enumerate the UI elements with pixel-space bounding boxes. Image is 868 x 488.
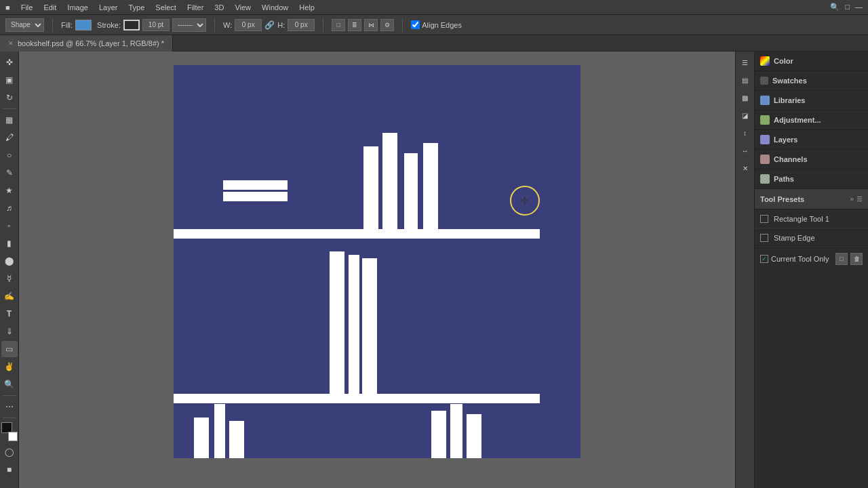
- more-tools[interactable]: ⋯: [1, 399, 18, 415]
- layers-panel-title: Layers: [774, 136, 797, 144]
- channels-panel-header[interactable]: Channels: [755, 150, 868, 169]
- preset-1-checkbox[interactable]: [760, 215, 768, 223]
- tool-preset-item-1[interactable]: Rectangle Tool 1: [755, 209, 868, 228]
- healing-tool[interactable]: ○: [1, 147, 18, 163]
- stamp-tool[interactable]: ★: [1, 182, 18, 199]
- search-icon[interactable]: 🔍: [830, 3, 840, 12]
- stroke-color-box[interactable]: [123, 20, 140, 30]
- color-panel-header[interactable]: Color: [755, 52, 868, 70]
- menu-window[interactable]: Window: [262, 3, 288, 12]
- minimize-icon[interactable]: ―: [855, 3, 863, 12]
- layers-panel-header[interactable]: Layers: [755, 130, 868, 149]
- menu-btn[interactable]: ☰: [856, 195, 863, 203]
- preset-2-label: Stamp Edge: [774, 234, 815, 242]
- divider-2: [214, 18, 215, 32]
- tab-close[interactable]: ✕: [8, 40, 14, 47]
- blur-tool[interactable]: ⬤: [1, 253, 18, 269]
- lasso-tool[interactable]: ↻: [1, 89, 18, 106]
- align-btn2[interactable]: ⋈: [364, 19, 378, 31]
- crop-tool[interactable]: ▦: [1, 112, 18, 128]
- channels-panel-title: Channels: [774, 155, 808, 163]
- tool-sep-2: [3, 395, 16, 396]
- left-toolbar: ✜ ▣ ↻ ▦ 🖍 ○ ✎ ★ ♬ ▫ ▮ ⬤ ☿ ✍ T ⇓ ▭ ✌ 🔍 ⋯ …: [0, 52, 19, 488]
- settings-btn[interactable]: ⚙: [380, 19, 394, 31]
- document-tab[interactable]: ✕ bookshelf.psd @ 66.7% (Layer 1, RGB/8#…: [0, 35, 173, 52]
- shelf-1: [174, 229, 540, 239]
- swatches-icon: [760, 77, 768, 85]
- pen-tool[interactable]: ✍: [1, 288, 18, 304]
- menu-select[interactable]: Select: [155, 3, 176, 12]
- height-label: H:: [277, 21, 285, 29]
- menu-view[interactable]: View: [235, 3, 251, 12]
- quick-mask[interactable]: ◯: [1, 444, 18, 460]
- right-icon-4[interactable]: ◪: [737, 107, 753, 123]
- brush-tool[interactable]: ✎: [1, 165, 18, 181]
- align-btn1[interactable]: ≣: [348, 19, 361, 31]
- tool-presets-header: Tool Presets » ☰: [755, 189, 868, 209]
- screen-mode[interactable]: ■: [1, 462, 18, 478]
- menu-layer[interactable]: Layer: [99, 3, 118, 12]
- libraries-panel-header[interactable]: Libraries: [755, 91, 868, 110]
- background-color[interactable]: [8, 432, 18, 441]
- dodge-tool[interactable]: ☿: [1, 270, 18, 287]
- menu-type[interactable]: Type: [128, 3, 144, 12]
- book-6: [423, 143, 438, 229]
- eyedropper-tool[interactable]: 🖍: [1, 129, 18, 146]
- zoom-tool[interactable]: 🔍: [1, 376, 18, 392]
- right-icon-3[interactable]: ▩: [737, 89, 753, 106]
- rectangle-tool[interactable]: ▭: [1, 341, 18, 357]
- menu-edit[interactable]: Edit: [43, 3, 56, 12]
- gradient-tool[interactable]: ▮: [1, 235, 18, 251]
- paths-panel-title: Paths: [774, 175, 794, 183]
- expand-btn[interactable]: »: [850, 195, 854, 203]
- align-edges-checkbox[interactable]: [411, 20, 420, 29]
- tool-type-select[interactable]: Shape: [5, 18, 44, 32]
- tool-sep-1: [3, 108, 16, 109]
- book-4: [382, 133, 397, 229]
- swatches-panel-header[interactable]: Swatches: [755, 71, 868, 90]
- height-input[interactable]: [288, 19, 315, 31]
- eraser-tool[interactable]: ▫: [1, 218, 18, 234]
- path-select-tool[interactable]: ⇓: [1, 323, 18, 340]
- right-icon-1[interactable]: ☰: [737, 54, 753, 70]
- menu-file[interactable]: File: [21, 3, 33, 12]
- book-11: [214, 404, 225, 458]
- link-icon[interactable]: 🔗: [264, 20, 275, 30]
- current-tool-checkbox[interactable]: ✓: [760, 255, 768, 263]
- photoshop-canvas[interactable]: ✛: [174, 65, 580, 458]
- book-3: [363, 146, 378, 229]
- workspace-icon[interactable]: □: [845, 3, 850, 12]
- new-preset-btn[interactable]: □: [835, 253, 848, 265]
- right-icon-2[interactable]: ▤: [737, 72, 753, 88]
- move-tool[interactable]: ✜: [1, 54, 18, 70]
- stroke-style-select[interactable]: -------: [172, 18, 206, 32]
- hand-tool[interactable]: ✌: [1, 359, 18, 375]
- path-ops-btn[interactable]: □: [332, 19, 345, 31]
- menu-3d[interactable]: 3D: [214, 3, 224, 12]
- menu-image[interactable]: Image: [67, 3, 88, 12]
- selection-tool[interactable]: ▣: [1, 72, 18, 88]
- menu-help[interactable]: Help: [299, 3, 315, 12]
- delete-preset-btn[interactable]: 🗑: [850, 253, 863, 265]
- tool-preset-item-2[interactable]: Stamp Edge: [755, 228, 868, 247]
- text-tool[interactable]: T: [1, 306, 18, 322]
- right-icon-7[interactable]: ✕: [737, 160, 753, 176]
- history-tool[interactable]: ♬: [1, 200, 18, 216]
- adjustment-panel-header[interactable]: Adjustment...: [755, 110, 868, 129]
- adjustment-panel-title: Adjustment...: [774, 116, 821, 124]
- right-icon-5[interactable]: ↕: [737, 125, 753, 141]
- paths-panel-header[interactable]: Paths: [755, 169, 868, 188]
- stroke-size-input[interactable]: [142, 19, 170, 31]
- fill-color-box[interactable]: [75, 20, 92, 30]
- menu-ps[interactable]: ■: [5, 3, 10, 12]
- channels-panel-section: Channels: [755, 150, 868, 169]
- preset-2-checkbox[interactable]: [760, 234, 768, 242]
- cursor-indicator: ✛: [510, 186, 540, 216]
- current-tool-only-check[interactable]: ✓ Current Tool Only: [760, 255, 829, 263]
- color-icon: [760, 56, 770, 66]
- right-icon-6[interactable]: ↔: [737, 142, 753, 159]
- width-input[interactable]: [235, 19, 262, 31]
- paths-panel-section: Paths: [755, 169, 868, 189]
- menu-filter[interactable]: Filter: [187, 3, 203, 12]
- menu-bar: ■ File Edit Image Layer Type Select Filt…: [0, 0, 868, 15]
